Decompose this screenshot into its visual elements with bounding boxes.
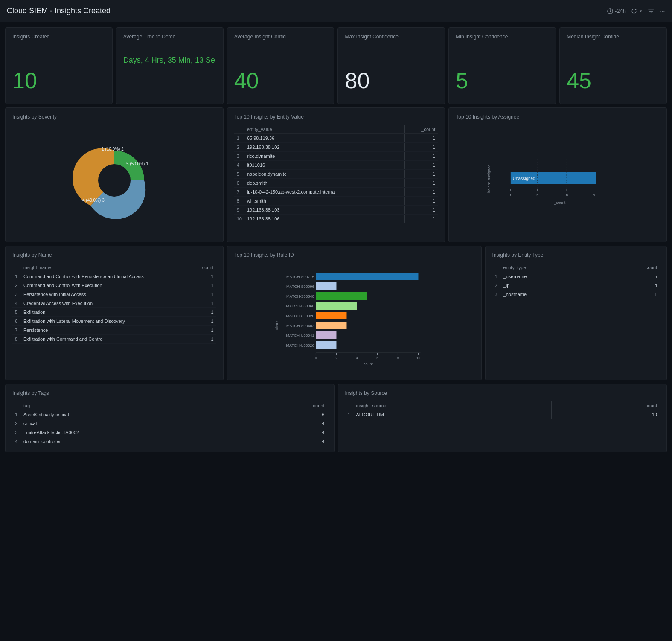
col-count-et: _count xyxy=(596,263,660,272)
svg-text:MATCH-S00096: MATCH-S00096 xyxy=(286,284,314,289)
svg-rect-38 xyxy=(316,341,336,349)
svg-text:15: 15 xyxy=(591,193,595,197)
stat-title-4: Min Insight Confidence xyxy=(456,34,549,40)
table-row: 1Command and Control with Persistence an… xyxy=(12,272,216,281)
svg-text:ruleID: ruleID xyxy=(275,321,279,331)
dashboard-row-4: Insights by Tags tag _count 1AssetCritic… xyxy=(5,384,667,452)
col-source: insight_source xyxy=(354,401,552,410)
rule-id-chart-container: ruleID MATCH-S00715 MATCH-S00096 MATCH-S… xyxy=(234,263,474,374)
svg-text:5 (50.0%) 1: 5 (50.0%) 1 xyxy=(126,162,148,166)
stat-title-1: Average Time to Detec... xyxy=(123,34,216,40)
table-row: 5Exfiltration1 xyxy=(12,308,216,317)
svg-text:6: 6 xyxy=(376,356,378,360)
stat-card-insights-created: Insights Created 10 xyxy=(5,27,113,104)
stat-card-max-confidence: Max Insight Confidence 80 xyxy=(337,27,445,104)
svg-rect-24 xyxy=(316,273,418,280)
rule-id-bar-chart: ruleID MATCH-S00715 MATCH-S00096 MATCH-S… xyxy=(234,263,474,391)
col-num-in xyxy=(12,263,21,272)
refresh-button[interactable] xyxy=(631,8,643,14)
stat-title-2: Average Insight Confid... xyxy=(234,34,327,40)
table-row: 8will.smith1 xyxy=(234,197,438,206)
svg-point-4 xyxy=(98,164,131,197)
stat-title-5: Median Insight Confide... xyxy=(567,34,660,40)
table-row: 7ip-10-0-42-150.ap-west-2.compute.intern… xyxy=(234,188,438,197)
stat-card-avg-time: Average Time to Detec... Days, 4 Hrs, 35… xyxy=(116,27,224,104)
entity-type-table-wrapper[interactable]: entity_type _count 1_username52_ip43_hos… xyxy=(492,263,660,299)
panel-entity-type: Insights by Entity Type entity_type _cou… xyxy=(485,246,667,380)
dashboard-row-3: Insights by Name insight_name _count 1Co… xyxy=(5,246,667,380)
svg-text:5: 5 xyxy=(537,193,539,197)
severity-pie-chart: 5 (50.0%) 1 4 (40.0%) 3 1 (10.0%) 2 xyxy=(59,129,170,232)
panel-title-name: Insights by Name xyxy=(12,252,216,258)
panel-entity-value: Top 10 Insights by Entity Value entity_v… xyxy=(227,107,445,242)
table-row: 3_mitreAttackTactic:TA00024 xyxy=(12,428,327,437)
panel-title-tags: Insights by Tags xyxy=(12,390,327,396)
svg-text:MATCH-U00041: MATCH-U00041 xyxy=(286,334,314,338)
entity-value-table-wrapper[interactable]: entity_value _count 165.98.119.3612192.1… xyxy=(234,125,438,223)
filter-button[interactable] xyxy=(648,8,654,14)
col-count-src: _count xyxy=(552,401,660,410)
more-button[interactable] xyxy=(659,8,665,14)
source-table-wrapper[interactable]: insight_source _count 1ALGORITHM10 xyxy=(345,401,660,419)
entity-type-table: entity_type _count 1_username52_ip43_hos… xyxy=(492,263,660,299)
stat-value-4: 5 xyxy=(456,68,549,98)
col-entity-value: entity_value xyxy=(244,125,405,134)
svg-text:0: 0 xyxy=(315,356,317,360)
panel-title-rule-id: Top 10 Insights by Rule ID xyxy=(234,252,474,258)
svg-rect-30 xyxy=(316,302,357,310)
entity-value-table: entity_value _count 165.98.119.3612192.1… xyxy=(234,125,438,223)
svg-text:10: 10 xyxy=(564,193,568,197)
tags-table-wrapper[interactable]: tag _count 1AssetCriticality:critical62c… xyxy=(12,401,327,446)
panel-title-entity-type: Insights by Entity Type xyxy=(492,252,660,258)
table-row: 2critical4 xyxy=(12,419,327,428)
table-row: 4domain_controller4 xyxy=(12,437,327,446)
table-row: 1AssetCriticality:critical6 xyxy=(12,410,327,419)
col-num-tag xyxy=(12,401,21,410)
panel-insights-name: Insights by Name insight_name _count 1Co… xyxy=(5,246,224,380)
table-row: 3_hostname1 xyxy=(492,290,660,299)
header-actions: -24h xyxy=(607,8,665,14)
svg-text:MATCH-U00026: MATCH-U00026 xyxy=(286,343,314,348)
svg-rect-28 xyxy=(316,292,367,300)
table-row: 165.98.119.361 xyxy=(234,134,438,143)
svg-text:_count: _count xyxy=(361,362,373,366)
time-range-button[interactable]: -24h xyxy=(607,8,626,14)
svg-text:4 (40.0%) 3: 4 (40.0%) 3 xyxy=(82,198,105,203)
dashboard-row-2: Insights by Severity 5 (50.0%) 1 4 (40.0… xyxy=(5,107,667,242)
svg-text:MATCH-S00540: MATCH-S00540 xyxy=(286,294,314,299)
table-row: 10192.168.38.1061 xyxy=(234,215,438,223)
svg-text:4: 4 xyxy=(356,356,358,360)
table-row: 2192.168.38.1021 xyxy=(234,143,438,152)
stat-value-1: Days, 4 Hrs, 35 Min, 13 Se xyxy=(123,56,216,69)
col-insight-name: insight_name xyxy=(21,263,190,272)
col-num-et xyxy=(492,263,501,272)
svg-point-1 xyxy=(660,10,661,11)
table-row: 6deb.smith1 xyxy=(234,179,438,188)
svg-text:8: 8 xyxy=(397,356,399,360)
insights-name-table-wrapper[interactable]: insight_name _count 1Command and Control… xyxy=(12,263,216,344)
svg-text:2: 2 xyxy=(335,356,337,360)
svg-text:0: 0 xyxy=(509,193,511,197)
table-row: 2Command and Control with Execution1 xyxy=(12,281,216,290)
panel-title-assignee: Top 10 Insights by Assignee xyxy=(456,114,660,120)
table-row: 2_ip4 xyxy=(492,281,660,290)
assignee-bar-chart: insight_assignee Unassigned 0 5 10 15 xyxy=(456,125,660,244)
svg-rect-32 xyxy=(316,312,346,319)
svg-text:_count: _count xyxy=(554,200,566,205)
svg-text:1 (10.0%) 2: 1 (10.0%) 2 xyxy=(102,147,124,151)
table-row: 9192.168.38.1031 xyxy=(234,206,438,215)
table-row: 5napoleon.dynamite1 xyxy=(234,170,438,179)
filter-icon xyxy=(648,8,654,14)
stat-value-3: 80 xyxy=(345,68,438,98)
col-count-in: _count xyxy=(190,263,216,272)
insights-name-table: insight_name _count 1Command and Control… xyxy=(12,263,216,344)
tags-table: tag _count 1AssetCriticality:critical62c… xyxy=(12,401,327,446)
svg-text:10: 10 xyxy=(416,356,420,360)
panel-tags: Insights by Tags tag _count 1AssetCritic… xyxy=(5,384,335,452)
col-tag: tag xyxy=(21,401,241,410)
stat-card-median-confidence: Median Insight Confide... 45 xyxy=(559,27,667,104)
svg-text:MATCH-U00020: MATCH-U00020 xyxy=(286,314,314,318)
stat-cards-row: Insights Created 10 Average Time to Dete… xyxy=(5,27,667,104)
stat-value-5: 45 xyxy=(567,68,660,98)
stat-card-avg-confidence: Average Insight Confid... 40 xyxy=(227,27,335,104)
